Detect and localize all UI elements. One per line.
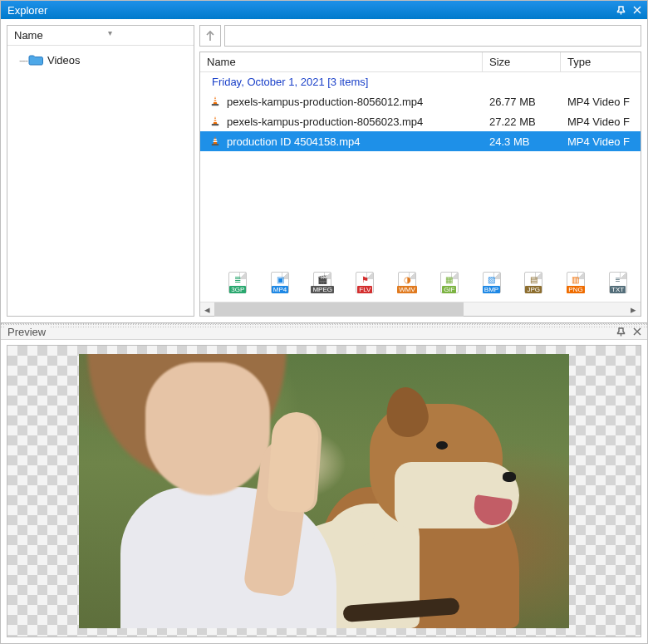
up-button[interactable] (199, 25, 221, 47)
app-root: Explorer Name ▾ --- (0, 0, 648, 644)
file-size: 26.77 MB (483, 96, 561, 108)
tree-pane: Name ▾ --- Videos (7, 25, 194, 317)
right-pane: Name Size Type Friday, October 1, 2021 [… (199, 25, 641, 317)
group-header: Friday, October 1, 2021 [3 items] (200, 72, 641, 91)
preview-titlebar: Preview (1, 323, 647, 340)
chevron-down-icon: ▾ (108, 28, 112, 37)
pin-icon[interactable] (614, 325, 627, 338)
svg-rect-3 (214, 119, 217, 120)
scroll-track[interactable] (214, 302, 626, 317)
filetype-filter-bmp[interactable]: ▨BMP (480, 272, 503, 293)
file-name: production ID 4504158.mp4 (227, 135, 360, 148)
file-name: pexels-kampus-production-8056012.mp4 (227, 96, 423, 108)
scroll-left-arrow[interactable]: ◂ (200, 302, 214, 317)
file-list: Name Size Type Friday, October 1, 2021 [… (199, 52, 641, 317)
preview-thumbnail (79, 354, 569, 628)
explorer-body: Name ▾ --- Videos (1, 19, 647, 322)
tree-header-label: Name (14, 29, 43, 42)
file-type: MP4 Video F (561, 135, 641, 148)
preview-panel: Preview (1, 323, 647, 643)
file-type: MP4 Video F (561, 116, 641, 128)
filetype-label: MPEG (311, 286, 334, 293)
path-input[interactable] (224, 25, 641, 47)
filetype-label: JPG (525, 286, 542, 293)
svg-rect-2 (212, 104, 218, 106)
filetype-label: BMP (483, 286, 500, 293)
filetype-label: TXT (610, 286, 626, 293)
svg-rect-4 (214, 121, 218, 122)
filetype-filter-jpg[interactable]: ▤JPG (523, 272, 545, 293)
filetype-filter-mpeg[interactable]: 🎬MPEG (311, 272, 334, 293)
filetype-label: WMV (397, 286, 417, 293)
vlc-cone-icon (209, 135, 222, 148)
tree-node-label: Videos (47, 54, 81, 66)
scroll-thumb[interactable] (214, 302, 464, 317)
filetype-label: FLV (357, 286, 372, 293)
svg-rect-0 (214, 99, 217, 100)
tree-header[interactable]: Name ▾ (7, 26, 194, 46)
explorer-title: Explorer (4, 4, 611, 17)
folder-icon (28, 54, 43, 66)
path-row (199, 25, 641, 47)
svg-rect-7 (214, 141, 218, 142)
column-header-type[interactable]: Type (561, 52, 641, 71)
column-header-name[interactable]: Name (200, 52, 483, 71)
filetype-filter-png[interactable]: ▥PNG (565, 272, 587, 293)
close-icon[interactable] (631, 3, 644, 17)
scroll-right-arrow[interactable]: ▸ (626, 302, 641, 317)
filetype-label: 3GP (229, 286, 246, 293)
vlc-cone-icon (209, 95, 222, 108)
filetype-filter-txt[interactable]: ≡TXT (606, 272, 629, 293)
close-icon[interactable] (631, 325, 644, 338)
filetype-filter-3gp[interactable]: ≣3GP (227, 272, 249, 293)
filetype-label: PNG (567, 286, 584, 293)
explorer-titlebar: Explorer (1, 1, 647, 19)
tree-body: --- Videos (7, 46, 194, 316)
vlc-cone-icon (209, 115, 222, 128)
explorer-panel: Explorer Name ▾ --- (1, 1, 647, 323)
file-row[interactable]: production ID 4504158.mp424.3 MBMP4 Vide… (200, 131, 641, 151)
filetype-filter-wmv[interactable]: ◑WMV (396, 272, 419, 293)
column-header-size[interactable]: Size (483, 52, 561, 71)
file-size: 24.3 MB (483, 135, 561, 148)
tree-connector: --- (19, 54, 27, 66)
svg-rect-1 (214, 101, 218, 102)
filetype-label: MP4 (272, 286, 288, 293)
filetype-filter-row: ≣3GP▣MP4🎬MPEG⚑FLV◑WMV▦GIF▨BMP▤JPG▥PNG≡TX… (200, 258, 641, 302)
filetype-filter-flv[interactable]: ⚑FLV (354, 272, 376, 293)
file-name: pexels-kampus-production-8056023.mp4 (227, 116, 423, 128)
column-headers: Name Size Type (200, 52, 641, 72)
pin-icon[interactable] (614, 3, 627, 17)
file-type: MP4 Video F (561, 96, 641, 108)
svg-rect-6 (214, 139, 217, 140)
file-row[interactable]: pexels-kampus-production-8056012.mp426.7… (200, 91, 641, 111)
filetype-filter-mp4[interactable]: ▣MP4 (269, 272, 292, 293)
svg-rect-5 (212, 124, 218, 125)
horizontal-scrollbar[interactable]: ◂ ▸ (200, 302, 641, 316)
file-row[interactable]: pexels-kampus-production-8056023.mp427.2… (200, 111, 641, 131)
filetype-label: GIF (442, 286, 456, 293)
preview-body (7, 345, 641, 637)
file-size: 27.22 MB (483, 116, 561, 128)
file-list-blank (200, 151, 641, 258)
tree-node-videos[interactable]: --- Videos (11, 51, 190, 69)
filetype-filter-gif[interactable]: ▦GIF (438, 272, 460, 293)
svg-rect-8 (212, 144, 218, 145)
preview-title: Preview (4, 326, 51, 338)
file-rows: pexels-kampus-production-8056012.mp426.7… (200, 91, 641, 151)
